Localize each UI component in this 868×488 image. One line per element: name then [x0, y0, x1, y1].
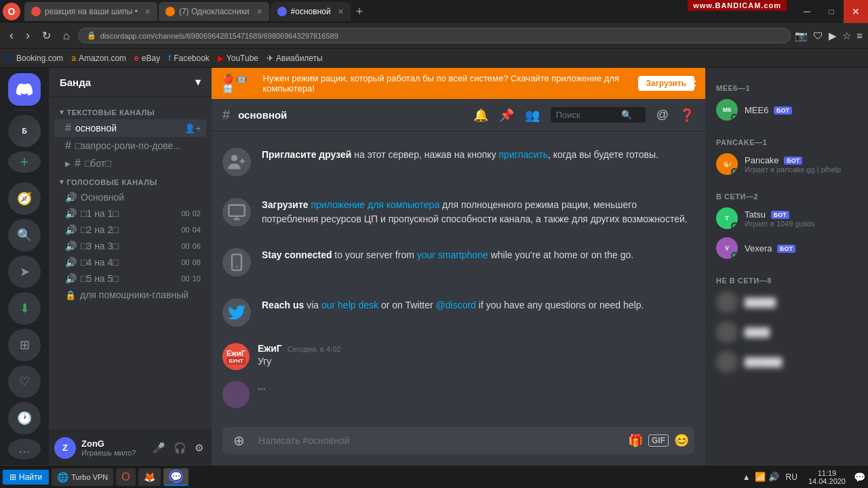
tab-discord[interactable]: #основной ✕: [271, 2, 351, 21]
sidebar-icon-compass[interactable]: 🧭: [8, 182, 41, 215]
helpdesk-link[interactable]: our help desk: [321, 300, 378, 310]
voice-channel-locked[interactable]: 🔒 для помощники-главный: [54, 287, 206, 303]
bookmark-amazon[interactable]: a Amazon.com: [71, 54, 126, 63]
pin-icon-button[interactable]: 📌: [499, 108, 514, 123]
sidebar-icon-more[interactable]: …: [8, 439, 41, 460]
member-item-offline-2[interactable]: ████: [711, 317, 863, 347]
gif-button[interactable]: GIF: [648, 434, 669, 447]
members-icon-button[interactable]: 👥: [525, 108, 540, 123]
help-icon-button[interactable]: ❓: [679, 108, 694, 123]
members-section-pancake: PANCAKE—1 🥞 Pancake БОТ Играет в pancake…: [711, 133, 863, 179]
voice-channel-5na5[interactable]: 🔊 □5 на 5□ 00 10: [54, 270, 206, 287]
minimize-button[interactable]: ─: [795, 0, 819, 23]
gift-button[interactable]: 🎁: [628, 433, 643, 448]
app-link[interactable]: приложение для компьютера: [311, 199, 439, 210]
sidebar-icon-download[interactable]: ⬇: [8, 292, 41, 325]
deafen-button[interactable]: 🎧: [171, 439, 189, 457]
voice-channel-4na4[interactable]: 🔊 □4 на 4□ 00 08: [54, 254, 206, 270]
server-icon-discord-home[interactable]: [8, 73, 41, 106]
taskbar-item-browser[interactable]: O: [116, 468, 135, 486]
server-icon-banda[interactable]: Б: [8, 115, 41, 147]
sidebar-icon-arrow[interactable]: ➤: [8, 256, 41, 288]
screenshot-btn[interactable]: 📷: [795, 30, 808, 42]
taskbar-start-button[interactable]: ⊞ Найти: [3, 470, 49, 485]
bookmark-avia[interactable]: ✈ Авиабилеты: [267, 54, 323, 63]
bookmark-facebook[interactable]: f Facebook: [168, 54, 210, 63]
message-add-button[interactable]: ⊕: [228, 427, 250, 454]
taskbar-item-discord[interactable]: 💬: [163, 468, 189, 486]
tab-ok[interactable]: (7) Одноклассники ✕: [159, 2, 269, 21]
address-bar[interactable]: 🔒 discordapp.com/channels/69806964281547…: [78, 28, 791, 43]
voice-channel-3na3[interactable]: 🔊 □3 на 3□ 00 06: [54, 238, 206, 254]
promo-banner: 🍎 🤖 🪟 Нужен режим рации, который работал…: [212, 68, 705, 99]
invite-link[interactable]: пригласить: [499, 149, 548, 160]
smartphone-link[interactable]: your smartphone: [417, 249, 488, 260]
sidebar-icon-grid[interactable]: ⊞: [8, 329, 41, 361]
voice-channels-category[interactable]: ▾ ГОЛОСОВЫЕ КАНАЛЫ: [49, 172, 212, 189]
sidebar-icon-search[interactable]: 🔍: [8, 219, 41, 251]
taskbar-network-icon[interactable]: 📶: [755, 472, 766, 482]
channel-item-osnovnoi[interactable]: # основной 👤+: [54, 119, 206, 137]
channel-search-input[interactable]: [556, 110, 617, 120]
voice-num-1a: 00: [182, 209, 190, 218]
close-window-button[interactable]: ✕: [844, 0, 868, 23]
member-item-mee6[interactable]: M6 МЕЕ6 БОТ: [711, 95, 863, 125]
taskbar-item-vpn[interactable]: 🌐 Turbo VPN: [52, 468, 113, 486]
offline-name-3: ██████: [745, 357, 782, 367]
tab-reactions[interactable]: реакция на ваши шипы • ✕: [24, 2, 157, 21]
at-icon-button[interactable]: @: [656, 108, 669, 122]
speaker-icon-0: 🔊: [65, 192, 77, 203]
promo-download-button[interactable]: Загрузить: [638, 76, 694, 91]
voice-channel-2na2[interactable]: 🔊 □2 на 2□ 00 04: [54, 222, 206, 238]
tatsu-name-text: Tatsu: [745, 209, 766, 220]
new-tab-button[interactable]: +: [352, 3, 368, 20]
online-section-header: В СЕТИ—2: [711, 187, 863, 203]
voice-channel-1na1[interactable]: 🔊 □1 на 1□ 00 02: [54, 205, 206, 222]
channel-item-zapros[interactable]: # □запрос-роли-по-дове...: [54, 137, 206, 155]
channel-hash-icon-2: #: [65, 140, 71, 152]
bookmark-btn[interactable]: ☆: [842, 30, 851, 42]
add-server-button[interactable]: +: [8, 151, 41, 172]
bell-icon-button[interactable]: 🔔: [473, 108, 488, 123]
tab-close-ok[interactable]: ✕: [256, 7, 262, 16]
offline-status-1: [731, 306, 738, 313]
twitter-link[interactable]: @discord: [436, 300, 476, 310]
language-button[interactable]: RU: [783, 471, 800, 483]
promo-close-button[interactable]: ✕: [688, 77, 697, 90]
offline-status-3: [731, 366, 738, 373]
message-text-input[interactable]: [256, 427, 623, 454]
member-item-vexera[interactable]: V Vexera БОТ: [711, 233, 863, 263]
server-header[interactable]: Банда ▾: [49, 68, 212, 97]
refresh-button[interactable]: ↻: [38, 28, 55, 43]
bookmark-booking[interactable]: B. Booking.com: [5, 54, 63, 63]
tab-close-discord[interactable]: ✕: [338, 7, 344, 16]
taskbar-item-fox[interactable]: 🦊: [138, 468, 161, 486]
emoji-button[interactable]: 😊: [674, 433, 689, 448]
member-item-offline-3[interactable]: ██████: [711, 347, 863, 377]
mute-button[interactable]: 🎤: [150, 439, 168, 457]
taskbar-notification-icon[interactable]: 💬: [854, 472, 865, 483]
channel-item-bot[interactable]: ▶ # □бот□: [54, 155, 206, 172]
members-sidebar: МЕЕ6—1 M6 МЕЕ6 БОТ PANCAKE—1 🥞: [705, 68, 868, 465]
extension-btn[interactable]: 🛡: [813, 30, 823, 41]
maximize-button[interactable]: □: [819, 0, 844, 23]
member-item-offline-1[interactable]: █████: [711, 287, 863, 317]
back-button[interactable]: ‹: [5, 27, 18, 44]
tab-close-reactions[interactable]: ✕: [144, 7, 151, 16]
home-button[interactable]: ⌂: [59, 28, 74, 43]
text-channels-category[interactable]: ▾ ТЕКСТОВЫЕ КАНАЛЫ: [49, 102, 212, 119]
member-item-tatsu[interactable]: T Tatsu БОТ Играет в 1049 guilds: [711, 203, 863, 233]
forward-button[interactable]: ›: [22, 27, 34, 44]
bookmark-ebay[interactable]: e eBay: [134, 54, 160, 63]
menu-btn[interactable]: ≡: [856, 30, 863, 41]
bookmark-youtube[interactable]: ▶ YouTube: [218, 54, 258, 63]
member-item-pancake[interactable]: 🥞 Pancake БОТ Играет в pancake.gg | plhe…: [711, 149, 863, 179]
channel-search-box[interactable]: 🔍: [551, 107, 646, 123]
server-header-chevron: ▾: [195, 76, 201, 88]
sidebar-icon-heart[interactable]: ♡: [8, 365, 41, 398]
settings-button[interactable]: ⚙: [192, 439, 206, 457]
taskbar-volume-icon[interactable]: 🔊: [768, 472, 779, 482]
voice-channel-osnovnoi[interactable]: 🔊 Основной: [54, 189, 206, 205]
play-btn[interactable]: ▶: [829, 30, 837, 42]
sidebar-icon-history[interactable]: 🕐: [8, 402, 41, 434]
